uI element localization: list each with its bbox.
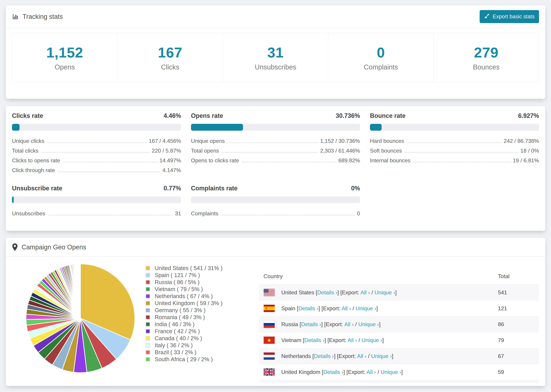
rate-block-unsubscribe-rate: Unsubscribe rate0.77%Unsubscribes31 [12,185,181,220]
pie-slice-other[interactable] [80,264,80,318]
export-all-link[interactable]: All › [344,321,354,327]
geo-table-row-ru: Russia [Details ›] [Export: All › / Uniq… [259,316,539,332]
legend-item: United States ( 541 / 31% ) [145,265,258,272]
rate-detail-value: 1,152 / 30.736% [320,138,360,144]
legend-swatch [145,280,150,285]
nl-flag-icon [263,352,275,360]
rate-detail-row: Total opens2,303 / 61.446% [191,147,360,157]
rate-block-opens-rate: Opens rate30.736%Unique opens1,152 / 30.… [191,112,360,177]
geo-table-header-total: Total [498,273,539,280]
rate-detail-label: Unsubscribes [12,210,45,217]
details-link[interactable]: Details › [323,369,343,375]
rate-detail-label: Opens to clicks rate [191,157,239,164]
geo-title-text: Campaign Geo Opens [21,244,86,251]
stat-label: Clicks [161,63,179,71]
details-link[interactable]: Details › [317,289,337,295]
rate-value: 0% [351,185,360,192]
rate-detail-row: Internal bounces19 / 6.81% [370,157,539,167]
rate-value: 30.736% [336,112,360,119]
rate-progress-fill [12,196,14,203]
geo-country-name: United Kingdom [281,369,320,375]
export-all-link[interactable]: All › [367,369,376,375]
ru-flag-icon [263,321,275,328]
tracking-stats-page: { "tracking_stats": { "title": "Tracking… [0,0,551,392]
rate-head: Complaints rate0% [191,185,360,192]
export-icon [484,13,490,20]
geo-row-total: 67 [498,353,539,359]
geo-pie-legend: United States ( 541 / 31% )Spain ( 121 /… [145,260,258,383]
geo-pie-wrap [15,260,145,383]
export-unique-link[interactable]: Unique › [374,289,395,295]
rate-head: Bounce rate6.927% [370,112,539,119]
rate-detail-row: Hard bounces242 / 86.738% [370,138,539,147]
stat-card-bounces: 279Bounces [434,33,539,82]
dotted-leader [413,162,511,162]
dotted-leader [47,142,147,143]
legend-label: Russia ( 86 / 5% ) [155,279,199,286]
rate-detail-value: 167 / 4.456% [149,138,181,144]
export-unique-link[interactable]: Unique › [356,305,376,311]
rate-progress-track [370,124,539,131]
details-link[interactable]: Details › [298,305,318,311]
legend-item: Romania ( 49 / 3% ) [145,314,258,321]
rates-panel: Clicks rate4.46%Unique clicks167 / 4.456… [6,106,545,231]
rate-detail-value: 689.82% [339,157,360,164]
rate-progress-track [191,196,360,203]
tracking-stats-title: Tracking stats [12,13,63,20]
legend-label: Vietnam ( 79 / 5% ) [155,286,203,293]
rate-detail-value: 4.147% [162,167,181,173]
export-unique-link[interactable]: Unique › [381,369,401,375]
dotted-leader [48,215,173,215]
rate-detail-row: Unique clicks167 / 4.456% [12,138,181,147]
legend-item: South Africa ( 29 / 2% ) [145,356,258,363]
rate-detail-value: 0 [357,210,360,217]
dotted-leader [407,142,502,143]
export-unique-link[interactable]: Unique › [371,353,392,359]
geo-table-row-vn: Vietnam [Details ›] [Export: All › / Uni… [259,332,539,348]
tracking-stats-header: Tracking stats Export basic stats [6,5,545,28]
rate-detail-value: 2,303 / 61.446% [320,147,360,154]
rate-value: 4.46% [164,112,181,119]
geo-table-row-us: United States [Details ›] [Export: All ›… [259,285,539,301]
legend-swatch [145,266,150,271]
rate-detail-label: Clicks to opens rate [12,157,60,164]
export-all-link[interactable]: All › [357,353,367,359]
geo-country-name: Vietnam [281,337,301,343]
legend-swatch [145,329,150,334]
legend-item: Germany ( 55 / 3% ) [145,307,258,314]
export-unique-link[interactable]: Unique › [361,337,382,343]
rate-head: Unsubscribe rate0.77% [12,185,181,192]
details-link[interactable]: Details › [304,337,325,343]
geo-country-name: Russia [281,321,298,327]
stat-card-unsubscribes: 31Unsubscribes [223,33,328,82]
geo-table-row-es: Spain [Details ›] [Export: All › / Uniqu… [259,301,539,316]
rate-detail-row: Total clicks220 / 5.87% [12,147,181,157]
export-all-link[interactable]: All › [342,305,351,311]
stat-value: 1,152 [46,44,83,61]
details-link[interactable]: Details › [301,321,321,327]
geo-row-text: Spain [Details ›] [Export: All › / Uniqu… [281,305,378,312]
rate-progress-fill [370,124,381,131]
dotted-leader [221,215,355,215]
geo-row-total: 79 [498,337,539,343]
details-link[interactable]: Details › [314,353,334,359]
export-basic-stats-button[interactable]: Export basic stats [480,10,539,23]
geo-table-header-row: Country Total [259,268,539,285]
tracking-stats-panel: Tracking stats Export basic stats 1,152O… [6,5,545,99]
legend-label: Romania ( 49 / 3% ) [155,314,205,321]
legend-swatch [145,308,150,313]
export-all-link[interactable]: All › [360,289,370,295]
stat-label: Complaints [364,63,398,71]
geo-row-total: 59 [498,369,539,375]
export-all-link[interactable]: All › [347,337,357,343]
rate-progress-track [12,124,181,131]
stat-card-clicks: 167Clicks [118,33,223,82]
geo-pie-chart[interactable] [22,260,139,377]
export-unique-link[interactable]: Unique › [358,321,379,327]
rate-detail-label: Click through rate [12,167,55,173]
rate-detail-row: Unsubscribes31 [12,210,181,220]
vn-flag-icon [263,336,275,344]
rate-title: Complaints rate [191,185,238,192]
legend-swatch [145,294,150,299]
geo-row-text: Vietnam [Details ›] [Export: All › / Uni… [281,337,384,343]
